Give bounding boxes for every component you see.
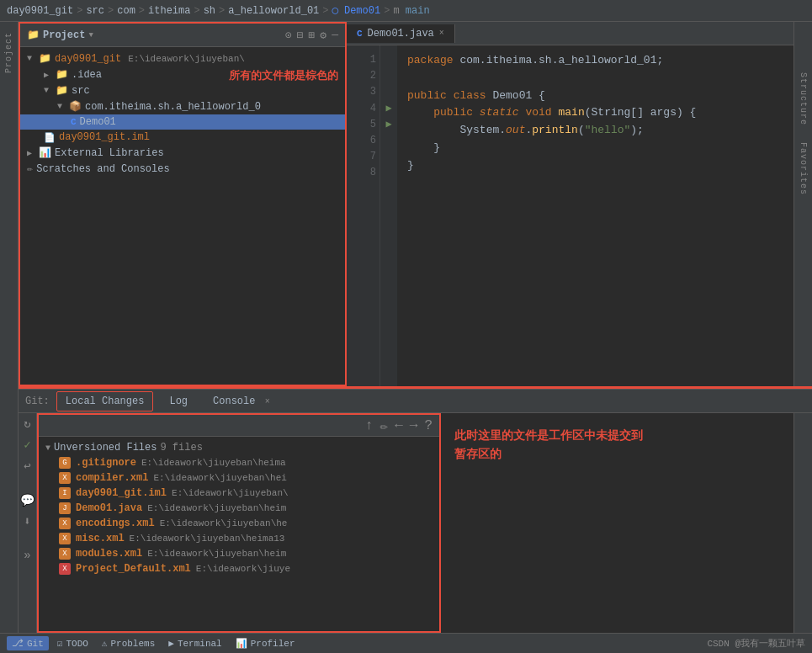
right-strip-structure-label[interactable]: Structure: [799, 72, 808, 125]
unversioned-label: Unversioned Files: [54, 442, 157, 454]
status-profiler-label: Profiler: [251, 639, 295, 649]
project-default-xml-file-icon: X: [59, 563, 71, 575]
encodings-xml-path: E:\ideawork\jiuyeban\he: [160, 518, 288, 528]
toolbar-back-icon[interactable]: ←: [391, 418, 406, 433]
misc-xml-file-icon: X: [59, 533, 71, 544]
toolbar-help-icon[interactable]: ?: [421, 418, 436, 433]
content-area: 📁 Project ▼ ⊙ ⊟ ⊞ ⚙ —: [19, 22, 812, 633]
breadcrumb-com[interactable]: com: [117, 5, 135, 17]
tree-item-day0901-git[interactable]: ▼ 📁 day0901_git E:\ideawork\jiuyeban\: [20, 50, 345, 66]
git-message-icon[interactable]: 💬: [20, 493, 34, 507]
git-file-list-area: ↑ ✏ ← → ? ▼ Unversioned Files 9 files: [37, 413, 441, 633]
editor-content: 1 2 3 4 5 6 7 8 ▶ ▶: [347, 45, 793, 386]
line-numbers: 1 2 3 4 5 6 7 8: [347, 45, 380, 386]
file-item-demo01-java[interactable]: J Demo01.java E:\ideawork\jiuyeban\heim: [39, 501, 439, 516]
gitignore-file-icon: G: [59, 457, 71, 469]
expand-com-icon: ▼: [57, 102, 66, 111]
status-profiler-button[interactable]: 📊 Profiler: [231, 637, 300, 650]
file-item-misc-xml[interactable]: X misc.xml E:\ideawork\jiuyeban\heima13: [39, 531, 439, 546]
breadcrumb-sh[interactable]: sh: [204, 5, 215, 17]
gitignore-path: E:\ideawork\jiuyeban\heima: [141, 458, 286, 468]
tab-label-demo01: Demo01.java: [368, 28, 434, 40]
toolbar-edit-icon[interactable]: ✏: [377, 417, 392, 434]
expand-src-icon: ▼: [44, 86, 52, 95]
collapse-all-icon[interactable]: ⊟: [297, 29, 304, 42]
console-close-icon[interactable]: ×: [265, 397, 270, 406]
git-tab-local-changes[interactable]: Local Changes: [56, 391, 154, 411]
locate-icon[interactable]: ⊙: [285, 29, 292, 42]
git-left-strip: ↻ ✓ ↩ 💬 ⬇ »: [19, 413, 37, 633]
breadcrumb-demo01[interactable]: ◯ Demo01: [332, 4, 381, 17]
git-tab-log[interactable]: Log: [160, 391, 197, 411]
toolbar-up-icon[interactable]: ↑: [362, 418, 377, 433]
settings-gear-icon[interactable]: ⚙: [320, 29, 326, 42]
project-default-xml-path: E:\ideawork\jiuye: [196, 564, 290, 574]
root-folder-icon: 📁: [39, 52, 51, 65]
run-arrow-line4[interactable]: ▶: [382, 101, 395, 117]
tree-item-ext-libs[interactable]: ▶ 📊 External Libraries: [20, 145, 345, 161]
editor-tabs: C Demo01.java ×: [347, 22, 793, 45]
src-folder-icon: 📁: [56, 84, 68, 97]
tree-item-demo01[interactable]: C Demo01: [20, 114, 345, 130]
unversioned-expand-icon[interactable]: ▼: [45, 443, 50, 453]
status-bar-left: ⎇ Git ☑ TODO ⚠ Problems ▶ Terminal 📊 Pro…: [7, 636, 300, 650]
breadcrumb-sep-4: >: [194, 5, 199, 17]
git-check-icon[interactable]: ✓: [24, 438, 30, 452]
unversioned-header: ▼ Unversioned Files 9 files: [39, 440, 439, 455]
git-more-icon[interactable]: »: [24, 549, 30, 562]
expand-idea-icon: ▶: [44, 70, 52, 80]
git-label: Git:: [25, 396, 50, 407]
tree-item-scratches[interactable]: ✏️ Scratches and Consoles: [20, 161, 345, 177]
git-panel-header: Git: Local Changes Log Console ×: [19, 390, 812, 413]
expand-ext-libs-icon: ▶: [27, 148, 35, 158]
tree-label-com-package: com.itheima.sh.a_helloworld_0: [85, 101, 261, 113]
breadcrumb-day0901-git[interactable]: day0901_git: [7, 5, 73, 17]
breadcrumb-sep-2: >: [108, 5, 114, 17]
project-title-label: Project: [43, 29, 85, 41]
status-bar: ⎇ Git ☑ TODO ⚠ Problems ▶ Terminal 📊 Pro…: [0, 633, 812, 653]
git-undo-icon[interactable]: ↩: [24, 459, 30, 473]
right-strip-favorites-label[interactable]: Favorites: [799, 142, 808, 195]
unversioned-count: 9 files: [160, 442, 202, 454]
file-item-gitignore[interactable]: G .gitignore E:\ideawork\jiuyeban\heima: [39, 455, 439, 470]
file-item-modules-xml[interactable]: X modules.xml E:\ideawork\jiuyeban\heim: [39, 546, 439, 561]
top-split: 📁 Project ▼ ⊙ ⊟ ⊞ ⚙ —: [19, 22, 812, 389]
compiler-xml-file-icon: X: [59, 472, 71, 484]
tree-item-idea[interactable]: ▶ 📁 .idea: [20, 66, 345, 82]
run-arrow-line5[interactable]: ▶: [382, 117, 395, 133]
breadcrumb-sep-5: >: [219, 5, 225, 17]
git-annotation-text: 此时这里的文件是工作区中未提交到暂存区的: [454, 427, 643, 465]
status-bar-right: CSDN @我有一颗五叶草: [707, 637, 805, 650]
tab-close-demo01[interactable]: ×: [439, 29, 444, 38]
tree-item-src[interactable]: ▼ 📁 src: [20, 82, 345, 98]
git-refresh-icon[interactable]: ↻: [24, 417, 30, 431]
status-todo-button[interactable]: ☑ TODO: [52, 637, 93, 650]
git-download-icon[interactable]: ⬇: [24, 514, 30, 528]
breadcrumb-src[interactable]: src: [86, 5, 104, 17]
status-problems-button[interactable]: ⚠ Problems: [97, 637, 160, 650]
status-git-button[interactable]: ⎇ Git: [7, 636, 49, 650]
modules-xml-path: E:\ideawork\jiuyeban\heim: [147, 549, 286, 559]
java-class-icon: C: [71, 117, 77, 127]
left-strip-project-label[interactable]: Project: [4, 32, 13, 73]
status-terminal-label: Terminal: [178, 639, 222, 649]
file-item-encodings-xml[interactable]: X encodings.xml E:\ideawork\jiuyeban\he: [39, 516, 439, 531]
breadcrumb-a-helloworld[interactable]: a_helloworld_01: [228, 5, 319, 17]
file-item-compiler-xml[interactable]: X compiler.xml E:\ideawork\jiuyeban\hei: [39, 470, 439, 486]
file-item-project-default-xml[interactable]: X Project_Default.xml E:\ideawork\jiuye: [39, 561, 439, 576]
tab-demo01-java[interactable]: C Demo01.java ×: [347, 24, 455, 43]
bottom-panel: Git: Local Changes Log Console × ↻ ✓ ↩: [19, 389, 812, 633]
file-item-day0901-iml[interactable]: I day0901_git.iml E:\ideawork\jiuyeban\: [39, 486, 439, 501]
breadcrumb-main[interactable]: m main: [393, 5, 429, 17]
tree-item-com-package[interactable]: ▼ 📦 com.itheima.sh.a_helloworld_0: [20, 98, 345, 114]
status-todo-label: TODO: [66, 639, 88, 649]
minimize-icon[interactable]: —: [332, 29, 338, 41]
breadcrumb-itheima[interactable]: itheima: [148, 5, 190, 17]
status-terminal-button[interactable]: ▶ Terminal: [163, 637, 226, 650]
tree-label-src: src: [72, 85, 90, 97]
tree-item-iml[interactable]: 📄 day0901_git.iml: [20, 130, 345, 145]
git-tab-console[interactable]: Console ×: [204, 391, 279, 411]
toolbar-forward-icon[interactable]: →: [406, 418, 422, 433]
expand-all-icon[interactable]: ⊞: [309, 29, 316, 42]
project-dropdown-icon[interactable]: ▼: [88, 31, 93, 40]
